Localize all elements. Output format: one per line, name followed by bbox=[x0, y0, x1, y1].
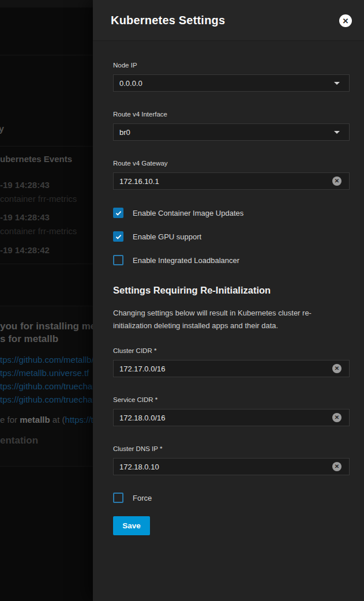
route-v4-gateway-input[interactable]: 172.16.10.1 ✕ bbox=[113, 172, 350, 190]
dimmed-backdrop[interactable]: y ubernetes Events -19 14:28:43 containe… bbox=[0, 0, 93, 601]
clear-icon[interactable]: ✕ bbox=[332, 413, 342, 422]
backdrop-link: tps://github.com/truechar bbox=[0, 381, 93, 391]
checkbox-label: Enable Container Image Updates bbox=[133, 209, 243, 217]
chevron-down-icon bbox=[334, 82, 340, 85]
checkbox-enable-integrated-loadbalancer[interactable]: Enable Integrated Loadbalancer bbox=[113, 255, 350, 265]
checkbox-icon bbox=[113, 208, 123, 218]
checkbox-enable-gpu-support[interactable]: Enable GPU support bbox=[113, 231, 350, 242]
route-v4-interface-value: br0 bbox=[119, 128, 334, 137]
node-ip-label: Node IP bbox=[113, 62, 350, 69]
checkbox-icon bbox=[113, 255, 123, 265]
event-timestamp: -19 14:28:43 bbox=[0, 212, 50, 222]
checkbox-force[interactable]: Force bbox=[113, 493, 350, 503]
cluster-cidr-label: Cluster CIDR * bbox=[113, 347, 350, 355]
backdrop-link: tps://github.com/truechar bbox=[0, 395, 93, 404]
checkbox-label: Enable GPU support bbox=[133, 232, 201, 241]
event-detail: container frr-metrics bbox=[0, 226, 77, 236]
route-v4-interface-select[interactable]: br0 bbox=[113, 123, 350, 141]
route-v4-gateway-group: Route v4 Gateway 172.16.10.1 ✕ bbox=[113, 160, 350, 190]
checkbox-icon bbox=[113, 493, 123, 503]
checkbox-block: Enable Container Image Updates Enable GP… bbox=[113, 208, 350, 265]
backdrop-link: tps://metallb.universe.tf bbox=[0, 368, 89, 378]
service-cidr-value: 172.18.0.0/16 bbox=[119, 414, 332, 422]
cluster-dns-ip-label: Cluster DNS IP * bbox=[113, 445, 350, 453]
reinit-section-description: Changing settings below will result in K… bbox=[113, 307, 345, 332]
backdrop-divider bbox=[0, 264, 93, 264]
cluster-cidr-input[interactable]: 172.17.0.0/16 ✕ bbox=[113, 360, 350, 377]
node-ip-group: Node IP 0.0.0.0 bbox=[113, 62, 350, 92]
backdrop-top-bar bbox=[0, 0, 93, 7]
service-cidr-input[interactable]: 172.18.0.0/16 ✕ bbox=[113, 409, 350, 426]
event-detail: container frr-metrics bbox=[0, 194, 77, 204]
route-v4-gateway-value: 172.16.10.1 bbox=[119, 177, 332, 186]
panel-body: Node IP 0.0.0.0 Route v4 Interface br0 R… bbox=[93, 41, 364, 535]
checkbox-label: Force bbox=[133, 494, 152, 502]
event-timestamp: -19 14:28:43 bbox=[0, 180, 50, 190]
clear-icon[interactable]: ✕ bbox=[332, 462, 342, 471]
kubernetes-events-title: ubernetes Events bbox=[0, 154, 72, 164]
node-ip-select[interactable]: 0.0.0.0 bbox=[113, 74, 350, 92]
checkbox-icon bbox=[113, 231, 123, 242]
service-cidr-group: Service CIDR * 172.18.0.0/16 ✕ bbox=[113, 396, 350, 426]
clear-icon[interactable]: ✕ bbox=[332, 176, 342, 186]
node-ip-value: 0.0.0.0 bbox=[119, 79, 334, 88]
panel-header: Kubernetes Settings ✕ bbox=[93, 0, 364, 41]
route-v4-interface-label: Route v4 Interface bbox=[113, 111, 350, 118]
save-button[interactable]: Save bbox=[113, 516, 150, 535]
backdrop-footer-text: entation bbox=[0, 435, 38, 446]
backdrop-divider bbox=[0, 146, 93, 147]
metallb-note: e for metallb at (https://tru bbox=[0, 415, 93, 425]
backdrop-partial-heading: y bbox=[0, 124, 4, 134]
cluster-dns-ip-group: Cluster DNS IP * 172.18.0.10 ✕ bbox=[113, 445, 350, 475]
panel-title: Kubernetes Settings bbox=[111, 14, 225, 27]
cluster-cidr-value: 172.17.0.0/16 bbox=[119, 365, 332, 373]
clear-icon[interactable]: ✕ bbox=[332, 364, 342, 373]
metallb-heading-line1: you for installing me bbox=[0, 321, 93, 332]
cluster-dns-ip-input[interactable]: 172.18.0.10 ✕ bbox=[113, 458, 350, 475]
close-icon[interactable]: ✕ bbox=[339, 14, 352, 27]
metallb-heading-line2: s for metallb bbox=[0, 333, 58, 345]
cluster-dns-ip-value: 172.18.0.10 bbox=[119, 463, 332, 471]
checkbox-enable-container-image-updates[interactable]: Enable Container Image Updates bbox=[113, 208, 350, 218]
chevron-down-icon bbox=[334, 131, 340, 134]
backdrop-link: tps://github.com/metallb/ bbox=[0, 355, 93, 365]
reinit-section-title: Settings Requiring Re-Initialization bbox=[113, 285, 350, 296]
route-v4-interface-group: Route v4 Interface br0 bbox=[113, 111, 350, 141]
service-cidr-label: Service CIDR * bbox=[113, 396, 350, 404]
event-timestamp: -19 14:28:42 bbox=[0, 245, 50, 255]
checkbox-label: Enable Integrated Loadbalancer bbox=[133, 256, 239, 265]
route-v4-gateway-label: Route v4 Gateway bbox=[113, 160, 350, 167]
kubernetes-settings-panel: Kubernetes Settings ✕ Node IP 0.0.0.0 Ro… bbox=[93, 0, 364, 601]
backdrop-divider bbox=[0, 55, 93, 55]
cluster-cidr-group: Cluster CIDR * 172.17.0.0/16 ✕ bbox=[113, 347, 350, 377]
